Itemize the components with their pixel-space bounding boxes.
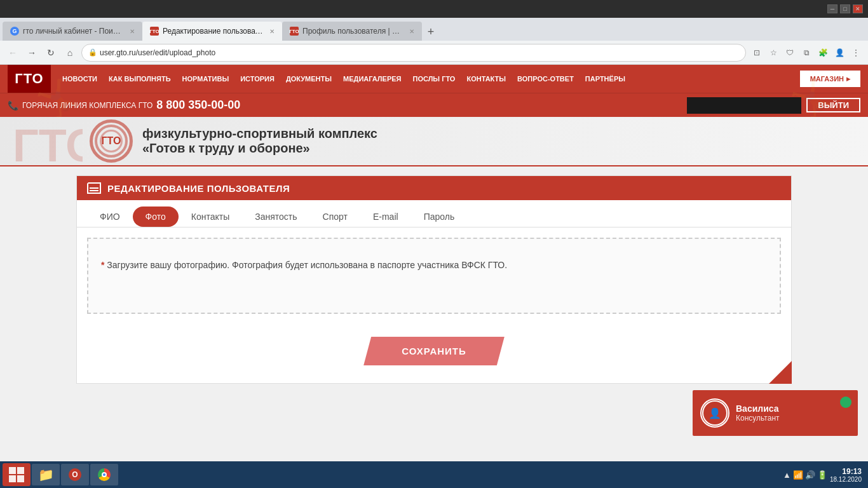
- online-indicator: [840, 396, 851, 408]
- nav-items: НОВОСТИ КАК ВЫПОЛНЯТЬ НОРМАТИВЫ ИСТОРИЯ …: [57, 72, 800, 85]
- puzzle-icon[interactable]: 🧩: [816, 46, 830, 60]
- back-button[interactable]: ←: [5, 45, 20, 60]
- nav-ambassadors[interactable]: ПОСЛЫ ГТО: [408, 72, 461, 85]
- minimize-button[interactable]: ─: [827, 4, 837, 13]
- corner-decoration-tl: [77, 176, 95, 194]
- tab-close-1[interactable]: ✕: [130, 28, 135, 35]
- nav-partners[interactable]: ПАРТНЁРЫ: [580, 72, 630, 85]
- profile-icon[interactable]: 👤: [832, 46, 846, 60]
- tab-fio[interactable]: ФИО: [87, 207, 133, 227]
- search-input[interactable]: [687, 97, 801, 114]
- hero-subtitle: «Готов к труду и обороне»: [142, 141, 377, 156]
- maximize-button[interactable]: □: [840, 4, 850, 13]
- cast-icon[interactable]: ⊡: [750, 46, 764, 60]
- photo-upload-area[interactable]: * Загрузите вашу фотографию. Фотография …: [87, 238, 781, 314]
- title-bar: ─ □ ✕: [0, 0, 868, 18]
- home-button[interactable]: ⌂: [62, 45, 78, 60]
- nav-history[interactable]: ИСТОРИЯ: [235, 72, 280, 85]
- chrome-icon: [95, 466, 113, 484]
- date-display: 18.12.2020: [830, 476, 862, 483]
- hero-title: физкультурно-спортивный комплекс: [142, 126, 377, 141]
- tab-favicon-1: G: [10, 27, 19, 36]
- tab-title-1: гто личный кабинет - Поиск в ...: [23, 27, 123, 36]
- hotline-phone: 8 800 350-00-00: [156, 98, 240, 112]
- close-button[interactable]: ✕: [853, 4, 863, 13]
- svg-rect-1: [9, 467, 16, 474]
- hotline-right: ВЫЙТИ: [687, 97, 860, 114]
- url-bar[interactable]: 🔒 user.gto.ru/user/edit/upload_photo: [81, 44, 746, 62]
- main-content: РЕДАКТИРОВАНИЕ ПОЛЬЗОВАТЕЛЯ ФИО Фото Кон…: [0, 166, 868, 393]
- tab-close-2[interactable]: ✕: [269, 28, 275, 35]
- extension-icon[interactable]: ⧉: [799, 46, 813, 60]
- bookmark-icon[interactable]: ☆: [766, 46, 780, 60]
- taskbar-opera[interactable]: O: [61, 464, 89, 485]
- tab-favicon-3: ГТО: [290, 27, 299, 36]
- logo-text: ГТО: [15, 71, 43, 87]
- site-logo[interactable]: ГТО: [8, 65, 51, 93]
- start-button[interactable]: [3, 463, 31, 486]
- taskbar: 📁 O ▲ 📶 🔊 🔋 19:13 18.12.2020: [0, 461, 868, 488]
- opera-icon: O: [66, 466, 84, 484]
- menu-icon[interactable]: ⋮: [849, 46, 863, 60]
- consultant-role: Консультант: [736, 414, 780, 423]
- browser-tab-3[interactable]: ГТО Профиль пользователя | ВФСК ... ✕: [282, 22, 422, 41]
- browser-actions: ⊡ ☆ 🛡 ⧉ 🧩 👤 ⋮: [750, 46, 863, 60]
- shop-button[interactable]: МАГАЗИН: [800, 71, 860, 87]
- hero-text: физкультурно-спортивный комплекс «Готов …: [142, 126, 377, 156]
- tray-icons: ▲ 📶 🔊 🔋: [783, 470, 827, 480]
- save-button[interactable]: СОХРАНИТЬ: [363, 337, 505, 365]
- consultant-avatar-inner: 👤: [702, 400, 728, 426]
- edit-panel: РЕДАКТИРОВАНИЕ ПОЛЬЗОВАТЕЛЯ ФИО Фото Кон…: [76, 175, 792, 384]
- forward-button[interactable]: →: [24, 45, 39, 60]
- tray-battery-icon: 🔋: [817, 470, 827, 480]
- tab-sport[interactable]: Спорт: [310, 207, 360, 227]
- taskbar-files[interactable]: 📁: [32, 464, 60, 485]
- tab-email[interactable]: E-mail: [360, 207, 411, 227]
- url-text: user.gto.ru/user/edit/upload_photo: [100, 48, 215, 57]
- tab-title-3: Профиль пользователя | ВФСК ...: [302, 27, 403, 36]
- hero-area: ГТО ГТО физкультурно-спортивный комплекс…: [0, 117, 868, 166]
- shield-icon[interactable]: 🛡: [783, 46, 797, 60]
- nav-bar: ГТО НОВОСТИ КАК ВЫПОЛНЯТЬ НОРМАТИВЫ ИСТО…: [0, 65, 868, 93]
- hotline-left: 📞 ГОРЯЧАЯ ЛИНИЯ КОМПЛЕКСА ГТО 8 800 350-…: [8, 98, 240, 112]
- tab-employment[interactable]: Занятость: [242, 207, 309, 227]
- nav-how[interactable]: КАК ВЫПОЛНЯТЬ: [104, 72, 176, 85]
- files-icon: 📁: [37, 466, 55, 484]
- svg-rect-2: [17, 467, 24, 474]
- tab-close-3[interactable]: ✕: [409, 28, 414, 35]
- nav-faq[interactable]: ВОПРОС-ОТВЕТ: [512, 72, 579, 85]
- edit-tabs-bar: ФИО Фото Контакты Занятость Спорт E-mail…: [77, 200, 791, 227]
- consultant-popup[interactable]: 👤 Василиса Консультант: [693, 390, 858, 436]
- exit-button[interactable]: ВЫЙТИ: [806, 98, 860, 112]
- time-display: 19:13: [830, 467, 862, 476]
- nav-norms[interactable]: НОРМАТИВЫ: [177, 72, 234, 85]
- svg-text:ГТО: ГТО: [13, 120, 83, 166]
- reload-button[interactable]: ↻: [43, 45, 58, 60]
- tray-up-arrow: ▲: [783, 470, 791, 480]
- window-controls[interactable]: ─ □ ✕: [827, 4, 863, 13]
- taskbar-chrome[interactable]: [90, 464, 118, 485]
- edit-panel-header: РЕДАКТИРОВАНИЕ ПОЛЬЗОВАТЕЛЯ: [77, 176, 791, 200]
- required-marker: *: [101, 260, 104, 270]
- tray-volume-icon: 🔊: [805, 470, 815, 480]
- consultant-name: Василиса: [736, 403, 780, 414]
- nav-contacts[interactable]: КОНТАКТЫ: [461, 72, 511, 85]
- tab-favicon-2: ГТО: [150, 27, 159, 36]
- windows-logo-icon: [9, 467, 24, 482]
- tab-photo[interactable]: Фото: [133, 207, 179, 227]
- upload-text-content: Загрузите вашу фотографию. Фотография бу…: [107, 260, 507, 270]
- nav-media[interactable]: МЕДИАГАЛЕРЕЯ: [338, 72, 406, 85]
- system-time: 19:13 18.12.2020: [830, 467, 862, 483]
- hotline-bar: 📞 ГОРЯЧАЯ ЛИНИЯ КОМПЛЕКСА ГТО 8 800 350-…: [0, 93, 868, 117]
- upload-instructions: * Загрузите вашу фотографию. Фотография …: [101, 258, 767, 272]
- site-header: ГТО НОВОСТИ КАК ВЫПОЛНЯТЬ НОРМАТИВЫ ИСТО…: [0, 65, 868, 117]
- nav-docs[interactable]: ДОКУМЕНТЫ: [281, 72, 337, 85]
- hotline-label: ГОРЯЧАЯ ЛИНИЯ КОМПЛЕКСА ГТО: [22, 101, 153, 110]
- nav-news[interactable]: НОВОСТИ: [57, 72, 102, 85]
- browser-tab-1[interactable]: G гто личный кабинет - Поиск в ... ✕: [3, 22, 142, 41]
- new-tab-button[interactable]: +: [422, 23, 440, 41]
- browser-tab-2[interactable]: ГТО Редактирование пользователя ... ✕: [142, 22, 282, 41]
- tab-password[interactable]: Пароль: [411, 207, 468, 227]
- lock-icon: 🔒: [88, 48, 97, 57]
- tab-contacts[interactable]: Контакты: [179, 207, 242, 227]
